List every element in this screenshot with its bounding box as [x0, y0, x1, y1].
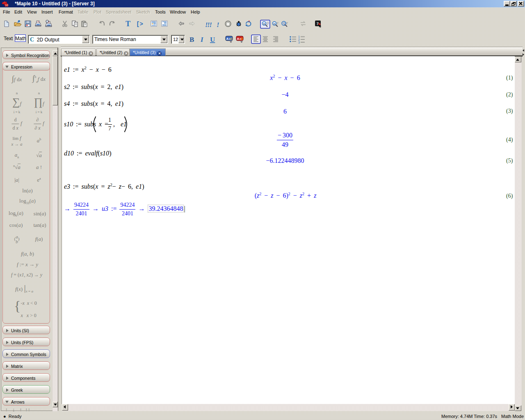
svg-text:B: B: [189, 36, 194, 43]
svg-text:U: U: [210, 36, 215, 43]
svg-text:A: A: [226, 37, 229, 41]
svg-text:T: T: [126, 20, 130, 28]
svg-text:Q: Q: [283, 22, 285, 25]
svg-text:I: I: [200, 36, 204, 43]
svg-text:m: m: [263, 22, 265, 25]
svg-text:A: A: [237, 37, 240, 41]
svg-text:!: !: [217, 21, 219, 29]
svg-text:10: 10: [5, 4, 9, 7]
svg-text:E: E: [241, 37, 243, 40]
svg-text:3: 3: [298, 41, 300, 44]
svg-text:!!!: !!!: [205, 21, 212, 29]
svg-text:?: ?: [317, 21, 319, 26]
svg-text:2: 2: [298, 38, 300, 41]
svg-text:E: E: [231, 37, 233, 40]
svg-text:1: 1: [298, 35, 300, 38]
svg-text:m: m: [273, 22, 275, 25]
svg-text:[>: [>: [136, 21, 143, 27]
